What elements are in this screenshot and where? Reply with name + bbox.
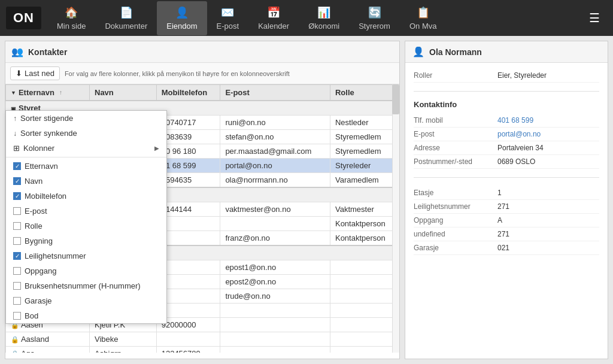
col-header-epost[interactable]: E-post (220, 85, 330, 101)
cell-epost: epost1@on.no (220, 260, 330, 275)
oppgang-value: A (497, 216, 502, 225)
check-mobiltelefon[interactable]: ✓ Mobiltelefon (6, 189, 166, 204)
check-garasje[interactable]: Garasje (6, 293, 166, 308)
nav-eiendom-label: Eiendom (166, 22, 197, 31)
toolbar: ⬇ Last ned For valg av flere kolonner, k… (5, 63, 399, 84)
check-oppgang-label: Oppgang (25, 266, 57, 275)
dropdown-divider (6, 157, 166, 157)
address-label: Adresse (414, 144, 497, 152)
nav-min-side[interactable]: 🏠 Min side (47, 1, 95, 35)
check-epost-label: E-post (25, 207, 47, 216)
hamburger-menu-button[interactable]: ☰ (582, 6, 607, 30)
check-bruksenhetsnummer[interactable]: Bruksenhetsnummer (H-nummer) (6, 278, 166, 293)
col-header-rolle-label: Rolle (335, 88, 354, 97)
download-icon: ⬇ (16, 69, 22, 78)
cell-epost: stefan@on.no (220, 130, 330, 144)
scrollbar-thumb[interactable] (392, 84, 399, 114)
columns-submenu-item[interactable]: ⊞ Kolonner ▶ (6, 141, 166, 156)
postal-value: 0689 OSLO (497, 157, 535, 166)
lastned-button[interactable]: ⬇ Last ned (10, 66, 60, 80)
garasje-row: Garasje 021 (414, 241, 599, 255)
phone-value[interactable]: 401 68 599 (497, 116, 533, 125)
cell-rolle (330, 347, 399, 353)
col-header-mobil-label: Mobiltelefon (162, 88, 208, 97)
etasje-value: 1 (497, 189, 502, 197)
cell-epost: portal@on.no (220, 159, 330, 173)
col-expand-icon: ▼ (11, 90, 16, 96)
nav-on-mva[interactable]: 📋 On Mva (400, 1, 447, 35)
col-header-epost-label: E-post (225, 88, 249, 97)
check-etternavn[interactable]: ✓ Etternavn (6, 159, 166, 174)
cell-rolle: Styremedlem (330, 144, 399, 159)
roles-value: Eier, Styreleder (497, 71, 547, 80)
postal-label: Postnummer/-sted (414, 157, 497, 166)
cell-epost (220, 217, 330, 231)
sort-descending-label: Sorter synkende (20, 129, 77, 138)
nav-styrerom[interactable]: 🔄 Styrerom (349, 1, 400, 35)
e-post-icon: ✉️ (221, 6, 234, 19)
cell-epost: epost2@on.no (220, 275, 330, 289)
column-dropdown-menu: ↑ Sorter stigende ↓ Sorter synkende ⊞ Ko… (5, 110, 167, 324)
check-bod[interactable]: Bod (6, 308, 166, 323)
check-epost-box (13, 207, 21, 215)
check-bygning[interactable]: Bygning (6, 233, 166, 248)
col-header-mobil[interactable]: Mobiltelefon (156, 85, 220, 101)
table-row[interactable]: 🔒 AgaAsbjørn123456789 (6, 347, 399, 353)
oppgang-row: Oppgang A (414, 214, 599, 228)
undefined-row: undefined 271 (414, 228, 599, 241)
check-oppgang-box (13, 267, 21, 275)
scrollbar[interactable] (392, 84, 399, 353)
etasje-row: Etasje 1 (414, 186, 599, 200)
nav-okonomi[interactable]: 📊 Økonomi (299, 1, 349, 35)
lock-icon: 🔒 (11, 336, 19, 343)
check-epost[interactable]: E-post (6, 204, 166, 219)
email-value[interactable]: portal@on.no (497, 130, 541, 138)
email-row: E-post portal@on.no (414, 128, 599, 141)
submenu-arrow-icon: ▶ (154, 145, 159, 151)
col-header-navn-label: Navn (95, 88, 114, 97)
nav-eiendom[interactable]: 👤 Eiendom (157, 1, 207, 35)
main-content: 👥 Kontakter ⬇ Last ned For valg av flere… (0, 36, 613, 364)
top-navigation: ON 🏠 Min side 📄 Dokumenter 👤 Eiendom ✉️ … (0, 0, 613, 36)
undefined-label: undefined (414, 230, 497, 238)
cell-rolle: Nestleder (330, 116, 399, 130)
check-navn[interactable]: ✓ Navn (6, 174, 166, 189)
sort-descending-item[interactable]: ↓ Sorter synkende (6, 126, 166, 141)
cell-rolle (330, 332, 399, 347)
check-leilighetsnummer-label: Leilighetsnummer (25, 251, 86, 260)
col-header-etternavn[interactable]: ▼ Etternavn ↑ (6, 85, 90, 101)
col-header-rolle[interactable]: Rolle (330, 85, 399, 101)
nav-dokumenter[interactable]: 📄 Dokumenter (95, 1, 157, 35)
nav-kalender[interactable]: 📅 Kalender (248, 1, 299, 35)
check-etternavn-box: ✓ (13, 162, 21, 170)
person-detail-header: 👤 Ola Normann (405, 41, 608, 63)
section-divider-2 (414, 177, 599, 178)
table-row[interactable]: 🔒 AaslandVibeke (6, 332, 399, 347)
check-rolle-box (13, 222, 21, 230)
nav-min-side-label: Min side (57, 22, 86, 31)
cell-mobil: 123456789 (156, 347, 220, 353)
check-garasje-label: Garasje (25, 296, 52, 305)
nav-e-post[interactable]: ✉️ E-post (207, 1, 249, 35)
leilighetsnummer-label: Leilighetsnummer (414, 202, 497, 211)
cell-rolle (330, 275, 399, 289)
columns-submenu-label: Kolonner (23, 144, 54, 153)
check-leilighetsnummer-box: ✓ (13, 252, 21, 260)
cell-rolle (330, 304, 399, 318)
cell-rolle: Styreleder (330, 159, 399, 173)
cell-epost: ola@norrmann.no (220, 173, 330, 188)
panel-header: 👥 Kontakter (5, 41, 399, 63)
check-rolle[interactable]: Rolle (6, 219, 166, 233)
check-oppgang[interactable]: Oppgang (6, 263, 166, 278)
check-bod-label: Bod (25, 311, 38, 320)
sort-ascending-item[interactable]: ↑ Sorter stigende (6, 111, 166, 126)
cell-navn: Asbjørn (90, 347, 157, 353)
person-detail-name: Ola Normann (429, 47, 482, 57)
col-header-etternavn-label: Etternavn (19, 88, 54, 97)
check-leilighetsnummer[interactable]: ✓ Leilighetsnummer (6, 248, 166, 263)
cell-rolle: Kontaktperson (330, 231, 399, 246)
col-header-navn[interactable]: Navn (90, 85, 157, 101)
check-bygning-box (13, 237, 21, 245)
nav-on-mva-label: On Mva (409, 22, 437, 31)
cell-epost (220, 304, 330, 318)
